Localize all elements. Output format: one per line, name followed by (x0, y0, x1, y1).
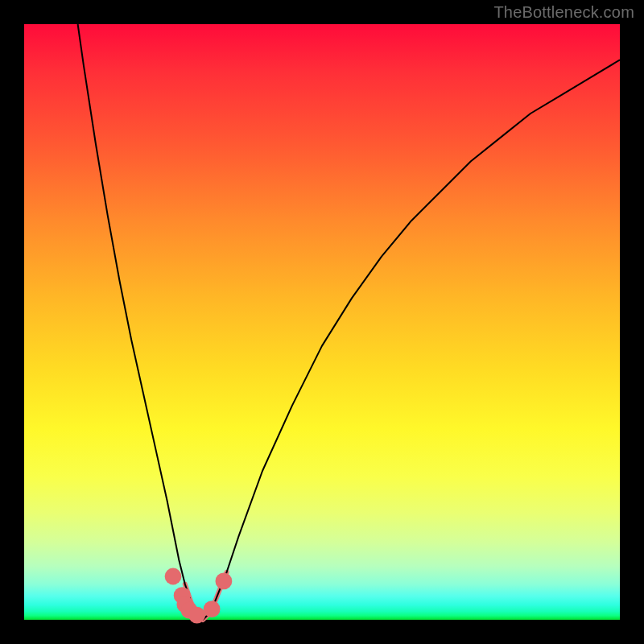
marker-dots (165, 568, 233, 624)
marker-dot (165, 568, 182, 585)
bottleneck-curve (78, 24, 620, 620)
watermark-text: TheBottleneck.com (493, 3, 634, 22)
bottleneck-curve-path (78, 24, 620, 620)
marker-dot (204, 601, 221, 617)
marker-dot (188, 607, 205, 624)
curve-layer (24, 24, 620, 620)
plot-area (24, 24, 620, 620)
marker-dot (216, 573, 233, 590)
chart-frame: TheBottleneck.com (0, 0, 644, 644)
